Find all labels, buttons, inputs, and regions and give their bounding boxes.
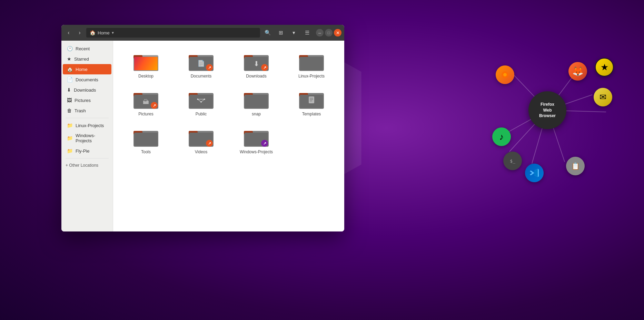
svg-rect-4 bbox=[134, 57, 158, 70]
maximize-button[interactable]: □ bbox=[325, 29, 333, 37]
window-controls: – □ ✕ bbox=[316, 29, 341, 37]
downloads-label: Downloads bbox=[246, 74, 266, 79]
svg-rect-41 bbox=[134, 133, 158, 146]
sidebar-item-recent[interactable]: 🕐 Recent bbox=[63, 43, 111, 54]
desktop-folder-icon bbox=[133, 51, 158, 72]
file-item-snap[interactable]: snap bbox=[230, 85, 282, 120]
sidebar-divider bbox=[66, 118, 109, 118]
svg-line-51 bbox=[513, 74, 547, 110]
file-item-linux-projects[interactable]: Linux-Projects bbox=[286, 48, 337, 82]
back-button[interactable]: ‹ bbox=[64, 28, 73, 37]
sidebar-label-linux-projects: Linux-Projects bbox=[76, 123, 104, 128]
file-item-desktop[interactable]: Desktop bbox=[120, 48, 172, 82]
home-icon: 🏠 bbox=[90, 30, 96, 35]
file-item-documents[interactable]: 📄 ↗ Documents bbox=[175, 48, 227, 82]
svg-line-53 bbox=[509, 110, 547, 152]
tools-label: Tools bbox=[141, 149, 151, 154]
linux-projects-label: Linux-Projects bbox=[298, 74, 325, 79]
file-item-public[interactable]: Public bbox=[175, 85, 227, 120]
snap-label: snap bbox=[252, 112, 261, 116]
file-item-downloads[interactable]: ⬇ ↗ Downloads bbox=[230, 48, 282, 82]
file-item-pictures[interactable]: 🏔 ↗ Pictures bbox=[120, 85, 172, 120]
videos-label: Videos bbox=[195, 149, 207, 154]
fly-pie-app-vscode[interactable] bbox=[525, 164, 544, 182]
public-label: Public bbox=[196, 112, 207, 116]
fly-pie-app-blender[interactable] bbox=[496, 65, 514, 84]
close-button[interactable]: ✕ bbox=[334, 29, 341, 37]
location-dropdown-arrow[interactable]: ▾ bbox=[112, 30, 114, 35]
svg-point-56 bbox=[502, 71, 508, 78]
sidebar-label-documents: Documents bbox=[76, 77, 98, 82]
sidebar-item-starred[interactable]: ★ Starred bbox=[63, 54, 111, 64]
sidebar-divider-2 bbox=[66, 158, 109, 158]
fly-pie-app-firefox[interactable]: 🦊 bbox=[568, 62, 587, 81]
vscode-icon bbox=[529, 168, 539, 178]
downloads-badge: ↗ bbox=[261, 64, 268, 71]
svg-rect-15 bbox=[300, 57, 323, 70]
location-text: Home bbox=[98, 30, 110, 35]
file-item-windows-projects[interactable]: ↗ Windows-Projects bbox=[230, 123, 282, 158]
view-toggle-button[interactable]: ⊞ bbox=[275, 28, 286, 38]
windows-projects-label: Windows-Projects bbox=[240, 149, 273, 154]
sidebar-label-home: Home bbox=[76, 67, 88, 72]
svg-line-48 bbox=[547, 69, 578, 110]
tools-folder-icon bbox=[133, 127, 158, 147]
fly-pie-app-email[interactable]: ✉ bbox=[594, 88, 612, 106]
sidebar-item-fly-pie[interactable]: 📁 Fly-Pie bbox=[63, 146, 111, 156]
blender-icon bbox=[500, 70, 510, 80]
forward-button[interactable]: › bbox=[75, 28, 84, 37]
sort-button[interactable]: ▾ bbox=[288, 28, 299, 38]
sidebar-item-linux-projects[interactable]: 📁 Linux-Projects bbox=[63, 120, 111, 131]
downloads-icon: ⬇ bbox=[67, 87, 71, 93]
other-locations-label: + Other Locations bbox=[66, 163, 98, 168]
sidebar-item-downloads[interactable]: ⬇ Downloads bbox=[63, 85, 111, 95]
minimize-button[interactable]: – bbox=[316, 29, 324, 37]
documents-label: Documents bbox=[191, 74, 212, 79]
file-item-tools[interactable]: Tools bbox=[120, 123, 172, 158]
file-item-videos[interactable]: ↗ Videos bbox=[175, 123, 227, 158]
menu-button[interactable]: ☰ bbox=[301, 28, 313, 38]
snap-folder-icon bbox=[244, 89, 269, 110]
sidebar-label-trash: Trash bbox=[75, 108, 86, 113]
fly-pie-app-spotify[interactable]: ♪ bbox=[492, 127, 511, 146]
documents-badge: ↗ bbox=[206, 64, 213, 71]
pictures-badge: ↗ bbox=[151, 102, 158, 109]
svg-text:⬇: ⬇ bbox=[254, 60, 259, 68]
file-item-templates[interactable]: Templates bbox=[286, 85, 337, 120]
svg-rect-35 bbox=[309, 96, 314, 103]
svg-rect-31 bbox=[245, 95, 268, 108]
svg-line-50 bbox=[547, 110, 606, 112]
fly-pie-center[interactable]: FirefoxWebBrowser bbox=[528, 91, 566, 129]
linux-projects-folder-icon bbox=[299, 51, 324, 72]
documents-icon: 📄 bbox=[67, 77, 73, 82]
recent-icon: 🕐 bbox=[67, 46, 73, 51]
search-button[interactable]: 🔍 bbox=[262, 28, 273, 38]
svg-text:🏔: 🏔 bbox=[143, 99, 149, 105]
file-grid-container: Desktop 📄 ↗ Documents bbox=[113, 41, 344, 231]
sidebar-item-trash[interactable]: 🗑 Trash bbox=[63, 105, 111, 116]
svg-point-57 bbox=[503, 73, 507, 76]
svg-line-49 bbox=[547, 95, 592, 110]
svg-marker-59 bbox=[534, 169, 539, 177]
sidebar-item-windows-projects[interactable]: 📁 Windows-Projects bbox=[63, 131, 111, 146]
svg-line-55 bbox=[547, 110, 565, 162]
fly-pie-app-star[interactable]: ★ bbox=[595, 58, 614, 76]
file-grid: Desktop 📄 ↗ Documents bbox=[120, 48, 337, 158]
fly-pie-center-label: FirefoxWebBrowser bbox=[539, 102, 556, 119]
fly-pie-app-terminal[interactable]: $_ bbox=[503, 152, 522, 170]
public-folder-icon bbox=[189, 89, 214, 110]
pictures-icon: 🖼 bbox=[67, 97, 72, 103]
fly-pie-app-files[interactable]: 📋 bbox=[566, 157, 585, 175]
desktop-label: Desktop bbox=[138, 74, 153, 79]
sidebar-item-pictures[interactable]: 🖼 Pictures bbox=[63, 95, 111, 105]
sidebar-item-documents[interactable]: 📄 Documents bbox=[63, 74, 111, 85]
location-bar: 🏠 Home ▾ bbox=[86, 28, 260, 38]
home-sidebar-icon: 🏠 bbox=[67, 66, 73, 72]
linux-projects-icon: 📁 bbox=[67, 123, 73, 128]
svg-marker-60 bbox=[534, 169, 538, 177]
templates-folder-icon bbox=[299, 89, 324, 110]
sidebar-item-home[interactable]: 🏠 Home bbox=[63, 64, 111, 74]
star-icon: ★ bbox=[67, 56, 71, 62]
sidebar-other-locations[interactable]: + Other Locations bbox=[61, 161, 113, 170]
content-area: 🕐 Recent ★ Starred 🏠 Home 📄 Documents ⬇ … bbox=[61, 41, 344, 231]
